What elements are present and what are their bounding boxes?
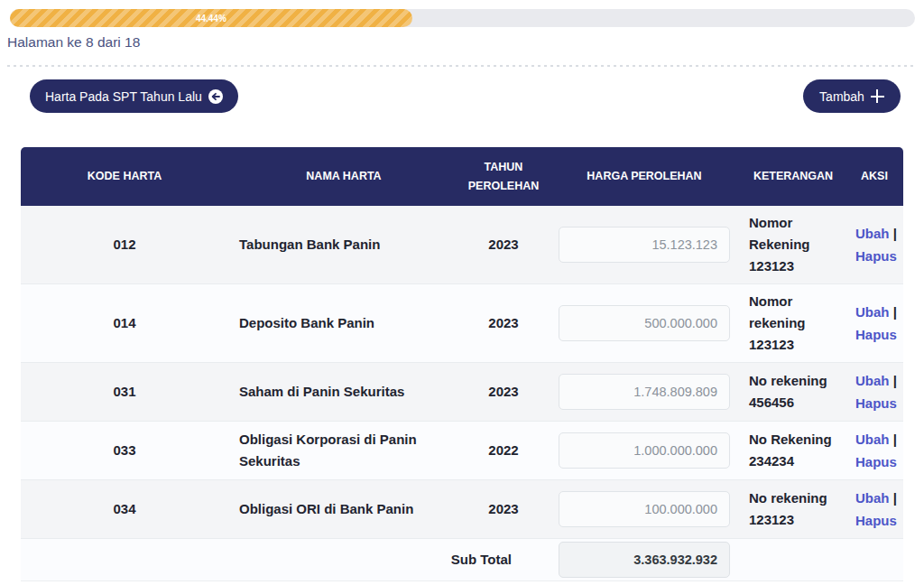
prev-page-button[interactable]: Harta Pada SPT Tahun Lalu (30, 79, 238, 113)
hapus-link[interactable]: Hapus (855, 513, 897, 528)
harga-perolehan-input[interactable]: 1.748.809.809 (559, 374, 730, 410)
action-divider: | (893, 432, 897, 447)
header-harga-perolehan: HARGA PEROLEHAN (548, 147, 741, 206)
table-row: 033Obligasi Korporasi di Panin Sekuritas… (21, 422, 903, 480)
ubah-link[interactable]: Ubah (855, 304, 890, 320)
aksi-cell: Ubah |Hapus (845, 363, 903, 422)
harta-table: KODE HARTA NAMA HARTA TAHUN PEROLEHAN HA… (21, 147, 903, 581)
add-button-label: Tambah (819, 89, 864, 104)
harga-perolehan-input[interactable]: 1.000.000.000 (559, 432, 730, 469)
tahun-perolehan-cell: 2023 (459, 363, 548, 422)
aksi-cell: Ubah |Hapus (845, 206, 903, 284)
harga-perolehan-input[interactable]: 500.000.000 (559, 305, 730, 341)
table-header-row: KODE HARTA NAMA HARTA TAHUN PEROLEHAN HA… (21, 147, 903, 206)
kode-harta-cell: 012 (21, 206, 228, 284)
dashed-separator (7, 65, 915, 67)
header-aksi: AKSI (845, 147, 903, 206)
kode-harta-cell: 031 (21, 363, 228, 422)
keterangan-cell: No rekening 123123 (741, 480, 845, 539)
harga-perolehan-cell: 500.000.000 (548, 284, 741, 363)
harga-perolehan-input[interactable]: 100.000.000 (559, 491, 730, 527)
ubah-link[interactable]: Ubah (855, 373, 890, 388)
kode-harta-cell: 014 (21, 284, 228, 363)
tahun-perolehan-cell: 2023 (459, 480, 548, 539)
table-body: 012Tabungan Bank Panin202315.123.123Nomo… (21, 206, 903, 581)
header-nama-harta: NAMA HARTA (228, 147, 459, 206)
tahun-perolehan-cell: 2023 (459, 284, 548, 363)
header-tahun-perolehan: TAHUN PEROLEHAN (459, 147, 548, 206)
nama-harta-cell: Tabungan Bank Panin (228, 206, 459, 284)
progress-bar-track: 44.44% (10, 9, 915, 27)
nama-harta-cell: Saham di Panin Sekuritas (228, 363, 459, 422)
plus-icon (871, 89, 884, 103)
header-keterangan: KETERANGAN (741, 147, 845, 206)
page-indicator: Halaman ke 8 dari 18 (7, 34, 140, 51)
harga-perolehan-cell: 100.000.000 (548, 480, 741, 539)
subtotal-row: Sub Total3.363.932.932 (21, 539, 903, 581)
keterangan-cell: No Rekening 234234 (741, 422, 845, 480)
keterangan-cell: Nomor Rekening 123123 (741, 206, 845, 284)
header-kode-harta: KODE HARTA (21, 147, 228, 206)
action-divider: | (893, 373, 897, 388)
aksi-cell: Ubah |Hapus (845, 480, 903, 539)
harga-perolehan-cell: 1.000.000.000 (548, 422, 741, 480)
action-divider: | (893, 226, 897, 241)
table-row: 031Saham di Panin Sekuritas20231.748.809… (21, 363, 903, 422)
hapus-link[interactable]: Hapus (855, 454, 897, 469)
subtotal-cell: 3.363.932.932 (548, 539, 741, 581)
table-row: 034Obligasi ORI di Bank Panin2023100.000… (21, 480, 903, 539)
subtotal-value: 3.363.932.932 (559, 542, 730, 578)
progress-bar-fill: 44.44% (10, 9, 412, 27)
hapus-link[interactable]: Hapus (855, 327, 897, 342)
ubah-link[interactable]: Ubah (855, 226, 890, 241)
tahun-perolehan-cell: 2023 (459, 206, 548, 284)
keterangan-cell: Nomor rekening 123123 (741, 284, 845, 363)
ubah-link[interactable]: Ubah (855, 490, 890, 506)
harga-perolehan-cell: 1.748.809.809 (548, 363, 741, 422)
harga-perolehan-input[interactable]: 15.123.123 (559, 227, 730, 263)
ubah-link[interactable]: Ubah (855, 432, 890, 447)
aksi-cell: Ubah |Hapus (845, 284, 903, 363)
add-button[interactable]: Tambah (803, 79, 901, 113)
action-divider: | (893, 304, 897, 320)
arrow-left-circle-icon (208, 89, 223, 104)
subtotal-label: Sub Total (21, 539, 548, 581)
kode-harta-cell: 033 (21, 422, 228, 480)
keterangan-cell: No rekening 456456 (741, 363, 845, 422)
prev-page-button-label: Harta Pada SPT Tahun Lalu (45, 89, 202, 104)
table-row: 012Tabungan Bank Panin202315.123.123Nomo… (21, 206, 903, 284)
table-row: 014Deposito Bank Panin2023500.000.000Nom… (21, 284, 903, 363)
nama-harta-cell: Deposito Bank Panin (228, 284, 459, 363)
progress-label: 44.44% (196, 14, 226, 23)
aksi-cell: Ubah |Hapus (845, 422, 903, 480)
hapus-link[interactable]: Hapus (855, 248, 897, 264)
nama-harta-cell: Obligasi ORI di Bank Panin (228, 480, 459, 539)
kode-harta-cell: 034 (21, 480, 228, 539)
harga-perolehan-cell: 15.123.123 (548, 206, 741, 284)
hapus-link[interactable]: Hapus (855, 395, 897, 411)
action-divider: | (893, 490, 897, 506)
nama-harta-cell: Obligasi Korporasi di Panin Sekuritas (228, 422, 459, 480)
tahun-perolehan-cell: 2022 (459, 422, 548, 480)
